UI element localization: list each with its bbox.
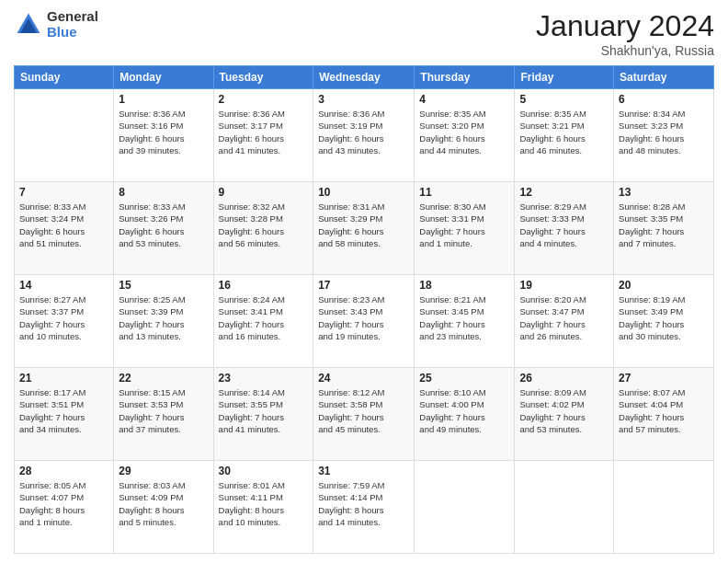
day-number: 13: [619, 186, 709, 199]
day-info: Sunrise: 8:25 AM Sunset: 3:39 PM Dayligh…: [119, 293, 208, 342]
day-info: Sunrise: 8:35 AM Sunset: 3:21 PM Dayligh…: [519, 108, 609, 156]
day-number: 5: [519, 93, 609, 106]
day-number: 22: [119, 372, 208, 385]
header-sunday: Sunday: [15, 66, 114, 89]
calendar-cell: 26Sunrise: 8:09 AM Sunset: 4:02 PM Dayli…: [515, 368, 614, 461]
day-info: Sunrise: 8:20 AM Sunset: 3:47 PM Dayligh…: [519, 293, 609, 342]
calendar-cell: [614, 461, 714, 554]
logo-text: General Blue: [47, 9, 98, 40]
day-number: 31: [318, 465, 409, 477]
day-number: 29: [119, 465, 208, 477]
day-info: Sunrise: 8:33 AM Sunset: 3:26 PM Dayligh…: [119, 201, 208, 249]
logo-icon: [14, 10, 43, 40]
week-row-1: 7Sunrise: 8:33 AM Sunset: 3:24 PM Daylig…: [15, 182, 714, 275]
header-friday: Friday: [515, 66, 614, 89]
calendar-cell: 20Sunrise: 8:19 AM Sunset: 3:49 PM Dayli…: [614, 275, 714, 368]
day-number: 30: [219, 465, 309, 477]
calendar-cell: 12Sunrise: 8:29 AM Sunset: 3:33 PM Dayli…: [515, 182, 614, 275]
header-thursday: Thursday: [415, 66, 515, 89]
calendar-cell: 5Sunrise: 8:35 AM Sunset: 3:21 PM Daylig…: [515, 89, 614, 182]
day-number: 3: [318, 93, 409, 106]
week-row-0: 1Sunrise: 8:36 AM Sunset: 3:16 PM Daylig…: [15, 89, 714, 182]
header-wednesday: Wednesday: [313, 66, 415, 89]
day-info: Sunrise: 8:35 AM Sunset: 3:20 PM Dayligh…: [419, 108, 509, 156]
calendar-cell: 16Sunrise: 8:24 AM Sunset: 3:41 PM Dayli…: [213, 275, 313, 368]
calendar-cell: 10Sunrise: 8:31 AM Sunset: 3:29 PM Dayli…: [313, 182, 415, 275]
calendar-cell: [15, 89, 114, 182]
day-info: Sunrise: 8:32 AM Sunset: 3:28 PM Dayligh…: [219, 201, 309, 249]
logo: General Blue: [14, 9, 98, 40]
calendar-cell: 17Sunrise: 8:23 AM Sunset: 3:43 PM Dayli…: [313, 275, 415, 368]
day-info: Sunrise: 8:31 AM Sunset: 3:29 PM Dayligh…: [318, 201, 409, 249]
calendar-cell: 8Sunrise: 8:33 AM Sunset: 3:26 PM Daylig…: [114, 182, 213, 275]
week-row-4: 28Sunrise: 8:05 AM Sunset: 4:07 PM Dayli…: [15, 461, 714, 554]
calendar-cell: 27Sunrise: 8:07 AM Sunset: 4:04 PM Dayli…: [614, 368, 714, 461]
header-monday: Monday: [114, 66, 213, 89]
day-number: 17: [318, 279, 409, 292]
day-info: Sunrise: 8:12 AM Sunset: 3:58 PM Dayligh…: [318, 386, 409, 435]
day-info: Sunrise: 8:27 AM Sunset: 3:37 PM Dayligh…: [19, 293, 108, 342]
calendar-cell: 11Sunrise: 8:30 AM Sunset: 3:31 PM Dayli…: [415, 182, 515, 275]
day-number: 20: [619, 279, 709, 292]
week-row-3: 21Sunrise: 8:17 AM Sunset: 3:51 PM Dayli…: [15, 368, 714, 461]
calendar-cell: 30Sunrise: 8:01 AM Sunset: 4:11 PM Dayli…: [213, 461, 313, 554]
title-block: January 2024 Shakhun'ya, Russia: [536, 9, 714, 58]
day-info: Sunrise: 8:01 AM Sunset: 4:11 PM Dayligh…: [219, 479, 309, 528]
header-row: SundayMondayTuesdayWednesdayThursdayFrid…: [15, 66, 714, 89]
calendar-cell: 3Sunrise: 8:36 AM Sunset: 3:19 PM Daylig…: [313, 89, 415, 182]
day-info: Sunrise: 8:03 AM Sunset: 4:09 PM Dayligh…: [119, 479, 208, 528]
calendar-cell: 6Sunrise: 8:34 AM Sunset: 3:23 PM Daylig…: [614, 89, 714, 182]
day-info: Sunrise: 8:07 AM Sunset: 4:04 PM Dayligh…: [619, 386, 709, 435]
calendar-cell: 14Sunrise: 8:27 AM Sunset: 3:37 PM Dayli…: [15, 275, 114, 368]
calendar-cell: 4Sunrise: 8:35 AM Sunset: 3:20 PM Daylig…: [415, 89, 515, 182]
day-number: 7: [19, 186, 108, 199]
day-number: 28: [19, 465, 108, 477]
day-info: Sunrise: 8:21 AM Sunset: 3:45 PM Dayligh…: [419, 293, 509, 342]
day-number: 10: [318, 186, 409, 199]
day-info: Sunrise: 8:14 AM Sunset: 3:55 PM Dayligh…: [219, 386, 309, 435]
day-info: Sunrise: 8:23 AM Sunset: 3:43 PM Dayligh…: [318, 293, 409, 342]
calendar-cell: 1Sunrise: 8:36 AM Sunset: 3:16 PM Daylig…: [114, 89, 213, 182]
day-info: Sunrise: 8:36 AM Sunset: 3:17 PM Dayligh…: [219, 108, 309, 156]
day-info: Sunrise: 8:28 AM Sunset: 3:35 PM Dayligh…: [619, 201, 709, 249]
calendar-cell: 23Sunrise: 8:14 AM Sunset: 3:55 PM Dayli…: [213, 368, 313, 461]
calendar-cell: 28Sunrise: 8:05 AM Sunset: 4:07 PM Dayli…: [15, 461, 114, 554]
day-number: 1: [119, 93, 208, 106]
day-info: Sunrise: 8:09 AM Sunset: 4:02 PM Dayligh…: [519, 386, 609, 435]
calendar-cell: [415, 461, 515, 554]
day-number: 21: [19, 372, 108, 385]
logo-blue: Blue: [47, 25, 98, 40]
day-number: 19: [519, 279, 609, 292]
day-number: 6: [619, 93, 709, 106]
calendar-cell: 29Sunrise: 8:03 AM Sunset: 4:09 PM Dayli…: [114, 461, 213, 554]
calendar-cell: 7Sunrise: 8:33 AM Sunset: 3:24 PM Daylig…: [15, 182, 114, 275]
day-info: Sunrise: 8:15 AM Sunset: 3:53 PM Dayligh…: [119, 386, 208, 435]
day-number: 4: [419, 93, 509, 106]
day-number: 9: [219, 186, 309, 199]
day-number: 25: [419, 372, 509, 385]
day-info: Sunrise: 8:29 AM Sunset: 3:33 PM Dayligh…: [519, 201, 609, 249]
day-info: Sunrise: 8:10 AM Sunset: 4:00 PM Dayligh…: [419, 386, 509, 435]
calendar-cell: 9Sunrise: 8:32 AM Sunset: 3:28 PM Daylig…: [213, 182, 313, 275]
calendar-cell: 2Sunrise: 8:36 AM Sunset: 3:17 PM Daylig…: [213, 89, 313, 182]
calendar-cell: 15Sunrise: 8:25 AM Sunset: 3:39 PM Dayli…: [114, 275, 213, 368]
calendar-cell: 25Sunrise: 8:10 AM Sunset: 4:00 PM Dayli…: [415, 368, 515, 461]
day-info: Sunrise: 8:36 AM Sunset: 3:19 PM Dayligh…: [318, 108, 409, 156]
calendar-cell: [515, 461, 614, 554]
day-number: 26: [519, 372, 609, 385]
calendar-table: SundayMondayTuesdayWednesdayThursdayFrid…: [14, 65, 714, 554]
day-number: 23: [219, 372, 309, 385]
day-number: 8: [119, 186, 208, 199]
page: General Blue January 2024 Shakhun'ya, Ru…: [0, 0, 728, 563]
title-location: Shakhun'ya, Russia: [536, 43, 714, 58]
day-info: Sunrise: 8:05 AM Sunset: 4:07 PM Dayligh…: [19, 479, 108, 528]
day-number: 18: [419, 279, 509, 292]
day-info: Sunrise: 7:59 AM Sunset: 4:14 PM Dayligh…: [318, 479, 409, 528]
day-number: 12: [519, 186, 609, 199]
calendar-cell: 31Sunrise: 7:59 AM Sunset: 4:14 PM Dayli…: [313, 461, 415, 554]
day-number: 15: [119, 279, 208, 292]
title-month: January 2024: [536, 9, 714, 43]
header-tuesday: Tuesday: [213, 66, 313, 89]
day-info: Sunrise: 8:17 AM Sunset: 3:51 PM Dayligh…: [19, 386, 108, 435]
header-saturday: Saturday: [614, 66, 714, 89]
